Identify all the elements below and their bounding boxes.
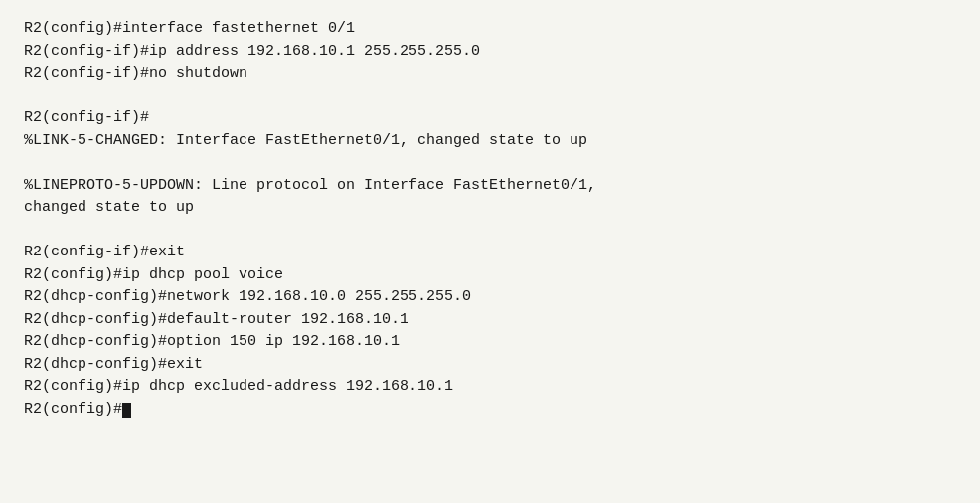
terminal-line — [24, 85, 956, 108]
terminal-line: R2(config)# — [24, 399, 956, 421]
terminal-line: R2(config-if)# — [24, 107, 956, 130]
terminal-line: R2(dhcp-config)#option 150 ip 192.168.10… — [24, 331, 956, 354]
terminal-line: changed state to up — [24, 197, 956, 220]
terminal-line: R2(config)#interface fastethernet 0/1 — [24, 18, 956, 41]
terminal-line: %LINEPROTO-5-UPDOWN: Line protocol on In… — [24, 175, 956, 198]
terminal-output: R2(config)#interface fastethernet 0/1R2(… — [24, 18, 956, 420]
terminal-line: R2(config-if)#ip address 192.168.10.1 25… — [24, 41, 956, 64]
terminal-line: R2(config)#ip dhcp pool voice — [24, 264, 956, 287]
terminal-line: %LINK-5-CHANGED: Interface FastEthernet0… — [24, 130, 956, 153]
terminal-line: R2(dhcp-config)#exit — [24, 354, 956, 377]
terminal-line: R2(config-if)#exit — [24, 242, 956, 264]
terminal-line — [24, 152, 956, 175]
terminal-cursor — [122, 403, 131, 418]
terminal-line: R2(config-if)#no shutdown — [24, 63, 956, 85]
terminal-line — [24, 220, 956, 243]
terminal-line: R2(config)#ip dhcp excluded-address 192.… — [24, 376, 956, 399]
terminal-line: R2(dhcp-config)#network 192.168.10.0 255… — [24, 286, 956, 309]
terminal-line: R2(dhcp-config)#default-router 192.168.1… — [24, 309, 956, 332]
